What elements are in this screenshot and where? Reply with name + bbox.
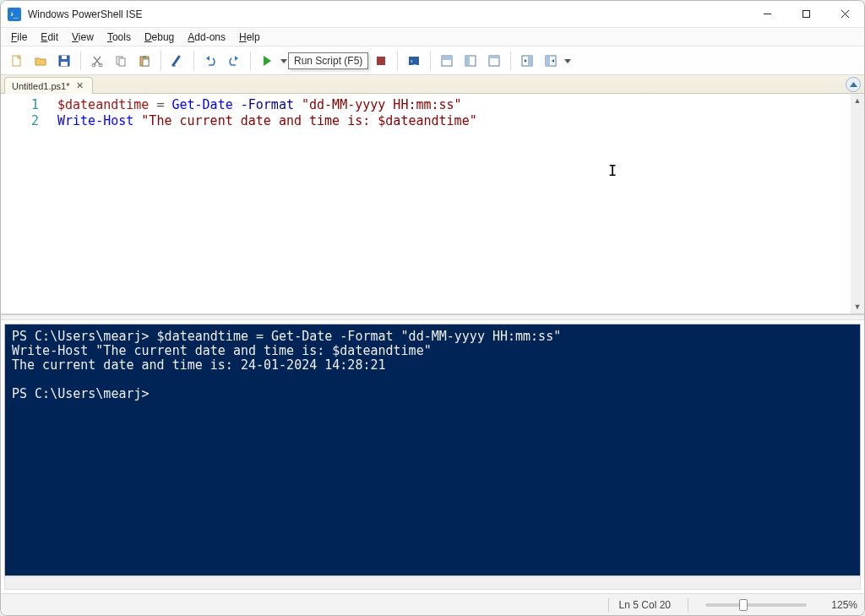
layout-script-only-button[interactable]	[483, 50, 505, 72]
line-number-gutter: 1 2	[1, 94, 47, 313]
clear-console-button[interactable]	[166, 50, 188, 72]
window-title: Windows PowerShell ISE	[28, 8, 748, 20]
paste-button[interactable]	[133, 50, 155, 72]
script-tab[interactable]: Untitled1.ps1* ✕	[4, 77, 93, 94]
zoom-level: 125%	[824, 599, 857, 611]
svg-marker-19	[280, 59, 287, 63]
svg-rect-7	[62, 56, 67, 59]
minimize-button[interactable]	[748, 1, 786, 27]
svg-marker-36	[850, 82, 857, 87]
menu-edit[interactable]: Edit	[34, 30, 65, 45]
toolbar-separator	[397, 52, 398, 70]
collapse-script-pane-button[interactable]	[846, 77, 861, 92]
svg-rect-15	[143, 59, 149, 66]
layout-side-by-side-button[interactable]	[460, 50, 481, 72]
show-command-window-button[interactable]	[540, 50, 562, 72]
editor-vertical-scrollbar[interactable]: ▲ ▼	[851, 94, 864, 313]
svg-rect-14	[143, 56, 146, 58]
save-button[interactable]	[53, 50, 75, 72]
menu-debug[interactable]: Debug	[138, 30, 181, 45]
svg-marker-17	[235, 56, 238, 61]
console-horizontal-scrollbar[interactable]	[4, 576, 861, 590]
line-number: 2	[1, 113, 39, 129]
menu-tools[interactable]: Tools	[101, 30, 138, 45]
status-separator	[688, 598, 688, 612]
zoom-slider-thumb[interactable]	[739, 599, 748, 611]
run-dropdown[interactable]	[280, 57, 288, 64]
run-script-button[interactable]	[256, 50, 278, 72]
code-editor[interactable]: $dateandtime = Get-Date -Format "dd-MM-y…	[47, 94, 851, 313]
svg-marker-34	[552, 59, 554, 63]
app-window: ›_ Windows PowerShell ISE File Edit View…	[0, 0, 865, 616]
scroll-down-icon[interactable]: ▼	[851, 300, 864, 313]
svg-marker-16	[206, 56, 209, 61]
show-command-addon-button[interactable]	[516, 50, 538, 72]
script-editor-pane: 1 2 $dateandtime = Get-Date -Format "dd-…	[1, 94, 864, 315]
svg-rect-30	[528, 56, 532, 66]
powershell-icon: ›_	[8, 8, 21, 21]
redo-button[interactable]	[223, 50, 245, 72]
svg-rect-28	[489, 56, 499, 58]
statusbar: Ln 5 Col 20 125%	[1, 593, 864, 615]
remote-powershell-button[interactable]: ›_	[403, 50, 425, 72]
svg-rect-12	[119, 58, 125, 66]
status-separator	[608, 598, 609, 612]
new-file-button[interactable]	[6, 50, 28, 72]
toolbar-overflow[interactable]	[563, 57, 572, 64]
svg-rect-1	[802, 11, 809, 18]
tabbar: Untitled1.ps1* ✕	[1, 75, 864, 94]
menu-help[interactable]: Help	[232, 30, 267, 45]
svg-marker-35	[564, 59, 571, 63]
window-controls	[748, 1, 864, 27]
copy-button[interactable]	[110, 50, 132, 72]
toolbar-separator	[250, 52, 251, 70]
layout-script-top-button[interactable]	[436, 50, 458, 72]
svg-text:›_: ›_	[411, 57, 417, 65]
script-tab-label: Untitled1.ps1*	[12, 81, 70, 91]
svg-rect-8	[61, 62, 68, 66]
menu-file[interactable]: File	[4, 30, 34, 45]
svg-rect-20	[377, 57, 385, 65]
svg-rect-33	[546, 56, 550, 66]
cursor-position: Ln 5 Col 20	[619, 599, 677, 611]
toolbar-separator	[430, 52, 431, 70]
toolbar-separator	[160, 52, 161, 70]
console-pane-wrapper: PS C:\Users\mearj> $dateandtime = Get-Da…	[1, 320, 864, 593]
svg-rect-26	[465, 56, 470, 66]
titlebar: ›_ Windows PowerShell ISE	[1, 1, 864, 28]
cut-button[interactable]	[86, 50, 108, 72]
toolbar: Run Script (F5) ›_	[1, 46, 864, 75]
scroll-up-icon[interactable]: ▲	[851, 94, 864, 107]
tab-close-icon[interactable]: ✕	[75, 80, 85, 91]
toolbar-separator	[510, 52, 511, 70]
run-script-tooltip: Run Script (F5)	[288, 52, 368, 69]
zoom-slider[interactable]	[705, 603, 807, 607]
svg-rect-24	[442, 56, 452, 60]
svg-marker-31	[525, 59, 527, 63]
line-number: 1	[1, 97, 39, 113]
toolbar-separator	[80, 52, 81, 70]
close-button[interactable]	[825, 1, 864, 27]
menu-addons[interactable]: Add-ons	[181, 30, 232, 45]
svg-marker-18	[264, 56, 271, 66]
menu-view[interactable]: View	[65, 30, 101, 45]
undo-button[interactable]	[199, 50, 221, 72]
text-cursor-icon: I	[608, 163, 610, 178]
console-pane[interactable]: PS C:\Users\mearj> $dateandtime = Get-Da…	[4, 324, 861, 576]
toolbar-separator	[193, 52, 194, 70]
menubar: File Edit View Tools Debug Add-ons Help	[1, 28, 864, 46]
open-file-button[interactable]	[30, 50, 52, 72]
maximize-button[interactable]	[786, 1, 825, 27]
stop-button[interactable]	[370, 50, 392, 72]
